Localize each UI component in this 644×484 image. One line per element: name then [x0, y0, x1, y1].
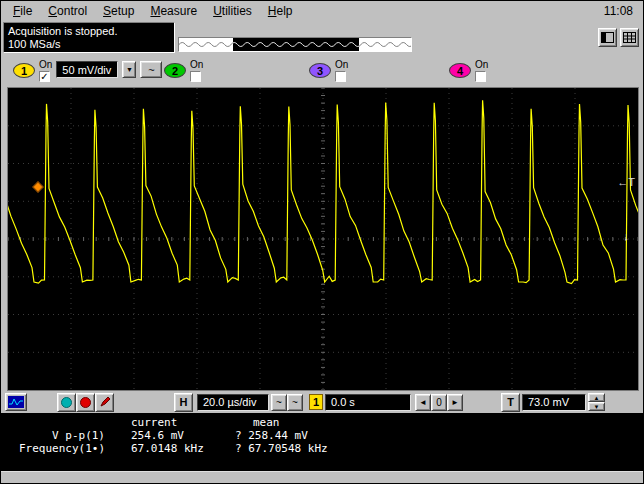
marker-a-button[interactable] — [57, 393, 76, 412]
channel-2-on-stack: On — [190, 59, 203, 82]
channel-3-on-checkbox[interactable] — [335, 71, 346, 82]
pencil-icon — [99, 396, 111, 408]
measurement-row-frequency: Frequency(1•) 67.0148 kHz ? 67.70548 kHz — [1, 442, 643, 455]
measurement-name: V p-p(1) — [1, 429, 105, 442]
chevron-down-icon: ▼ — [126, 66, 133, 73]
trigger-level-field[interactable]: 73.0 mV — [522, 394, 586, 411]
channel-2-controls: 2 On — [164, 59, 203, 82]
keypad-button[interactable] — [620, 28, 639, 47]
channel-2-badge[interactable]: 2 — [164, 63, 186, 78]
channel-1-coupling-button[interactable]: ~ — [140, 61, 162, 78]
window-icon — [601, 32, 614, 43]
acquisition-state-text: Acquisition is stopped. — [8, 25, 170, 38]
menu-utilities[interactable]: Utilities — [205, 2, 260, 20]
acquisition-status-panel: Acquisition is stopped. 100 MSa/s — [3, 22, 175, 53]
position-left-button[interactable]: ◄ — [415, 394, 431, 411]
trigger-setup-button[interactable]: T — [501, 393, 520, 412]
position-zero-button[interactable]: 0 — [431, 394, 447, 411]
acquisition-memory-bar[interactable] — [178, 37, 412, 52]
channel-1-on-label: On — [39, 59, 52, 70]
menu-control[interactable]: Control — [40, 2, 95, 20]
measurement-panel: current mean V p-p(1) 254.6 mV ? 258.44 … — [1, 413, 643, 471]
red-marker-icon — [80, 397, 91, 408]
channel-3-badge[interactable]: 3 — [309, 63, 331, 78]
channel-bar: 1 On ✓ 50 mV/div ▼ ~ 2 On 3 On — [1, 55, 643, 87]
menu-help[interactable]: Help — [260, 2, 301, 20]
status-bar: Acquisition is stopped. 100 MSa/s — [1, 21, 643, 55]
channel-1-scale-dropdown-button[interactable]: ▼ — [122, 61, 136, 78]
horizontal-scale-field[interactable]: 20.0 µs/div — [197, 394, 269, 411]
display-settings-button[interactable] — [5, 393, 27, 411]
channel-1-badge[interactable]: 1 — [13, 63, 35, 78]
scope-screen-icon — [8, 396, 24, 408]
spin-down-icon: ▼ — [594, 404, 600, 410]
measurement-header-row: current mean — [1, 416, 643, 429]
waveform-plot — [8, 88, 638, 390]
display-window-button[interactable] — [598, 28, 617, 47]
channel-4-controls: 4 On — [449, 59, 488, 82]
menu-file[interactable]: File — [5, 2, 40, 20]
memory-waveform-icon — [179, 38, 411, 51]
control-bar: H 20.0 µs/div ~ ~ 1 0.0 s ◄ 0 ► T 73.0 m… — [1, 391, 643, 413]
measurement-header-mean: mean — [235, 416, 643, 429]
bottom-strip — [1, 471, 643, 483]
trigger-level-spinner: ▲ ▼ — [588, 393, 605, 411]
menu-bar: File Control Setup Measure Utilities Hel… — [1, 1, 643, 21]
horizontal-zoom-in-button[interactable]: ~ — [287, 394, 303, 411]
horizontal-setup-button[interactable]: H — [174, 393, 193, 412]
channel-3-on-label: On — [335, 59, 348, 70]
measurement-mean-value: ? 258.44 mV — [235, 429, 643, 442]
check-icon: ✓ — [40, 72, 48, 81]
ground-reference-marker[interactable]: ↓ — [624, 230, 630, 242]
channel-1-controls: 1 On ✓ 50 mV/div ▼ ~ — [13, 59, 162, 82]
channel-4-on-label: On — [475, 59, 488, 70]
channel-1-scale-field[interactable]: 50 mV/div — [56, 61, 118, 78]
teal-marker-icon — [61, 397, 72, 408]
keypad-icon — [623, 32, 636, 43]
channel-3-on-stack: On — [335, 59, 348, 82]
clock: 11:08 — [604, 4, 639, 18]
waveform-display: ←T ↓ — [7, 87, 639, 391]
spin-up-button[interactable]: ▲ — [588, 393, 605, 402]
status-buttons — [598, 28, 639, 47]
position-right-button[interactable]: ► — [447, 394, 463, 411]
measurement-row-vpp: V p-p(1) 254.6 mV ? 258.44 mV — [1, 429, 643, 442]
channel-1-on-stack: On ✓ — [39, 59, 52, 82]
channel-4-on-stack: On — [475, 59, 488, 82]
horizontal-position-field[interactable]: 0.0 s — [325, 394, 411, 411]
spin-up-icon: ▲ — [594, 395, 600, 401]
measurement-mean-value: ? 67.70548 kHz — [235, 442, 643, 455]
horizontal-zoom-out-button[interactable]: ~ — [271, 394, 287, 411]
sample-rate-text: 100 MSa/s — [8, 38, 170, 51]
channel-4-on-checkbox[interactable] — [475, 71, 486, 82]
measurement-current-value: 254.6 mV — [105, 429, 235, 442]
annotate-button[interactable] — [95, 393, 114, 412]
channel-4-badge[interactable]: 4 — [449, 63, 471, 78]
channel-2-on-checkbox[interactable] — [190, 71, 201, 82]
menu-measure[interactable]: Measure — [142, 2, 205, 20]
channel-3-controls: 3 On — [309, 59, 348, 82]
oscilloscope-window: File Control Setup Measure Utilities Hel… — [0, 0, 644, 484]
channel-1-on-checkbox[interactable]: ✓ — [39, 71, 50, 82]
spin-down-button[interactable]: ▼ — [588, 402, 605, 411]
trigger-source-badge[interactable]: 1 — [309, 394, 323, 410]
measurement-header-current: current — [105, 416, 235, 429]
menu-setup[interactable]: Setup — [95, 2, 142, 20]
measurement-current-value: 67.0148 kHz — [105, 442, 235, 455]
trigger-time-marker[interactable]: ←T — [617, 176, 635, 188]
marker-b-button[interactable] — [76, 393, 95, 412]
measurement-header-spacer — [1, 416, 105, 429]
channel-2-on-label: On — [190, 59, 203, 70]
measurement-name: Frequency(1•) — [1, 442, 105, 455]
